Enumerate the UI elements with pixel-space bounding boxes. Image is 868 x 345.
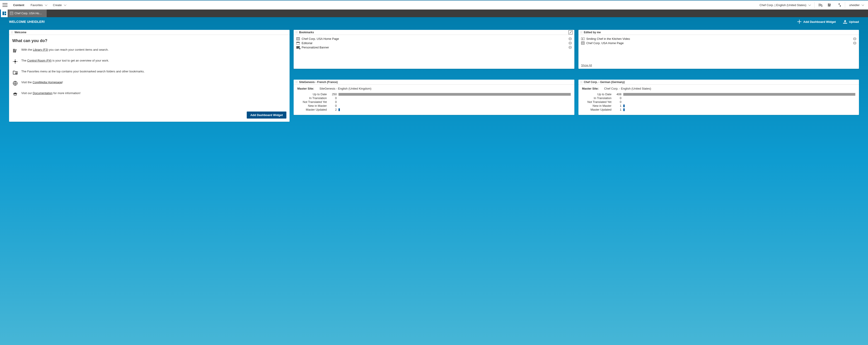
widget-header[interactable]: SiteGenesis - French (France) [293,80,574,84]
show-all-link[interactable]: Show All [581,64,592,67]
stat-label: Not Translated Yet [297,100,327,104]
stat-row: In Translation0 [297,96,570,100]
welcome-subheading: What can you do? [12,38,286,43]
welcome-text-homepage: Visit the CoreMedia Homepage! [21,80,63,84]
hamburger-menu-button[interactable] [0,0,10,10]
stat-value: 0 [329,96,337,100]
svg-rect-1 [828,3,829,6]
stat-bar [623,105,855,107]
homepage-link[interactable]: CoreMedia Homepage [33,80,62,84]
translation-status-widget-2: Chef Corp. - German (Germany) Master Sit… [579,80,859,115]
list-item[interactable]: Smiling Chef in the Kitchen Video [581,37,856,41]
locale-globe-icon[interactable] [569,37,571,40]
locale-globe-icon[interactable] [569,46,571,49]
add-dashboard-widget-button[interactable]: Add Dashboard Widget [247,111,287,118]
drag-handle-icon[interactable] [296,31,298,33]
list-item-label: Smiling Chef in the Kitchen Video [586,37,630,40]
widget-title: Chef Corp. - German (Germany) [584,80,625,84]
svg-rect-6 [15,49,16,53]
locale-globe-icon[interactable] [569,42,571,44]
add-dashboard-widget-button[interactable]: Add Dashboard Widget [794,17,839,26]
widget-header[interactable]: Welcome [9,30,289,35]
open-document-tab[interactable]: Chef Corp. USA Home Pa… [8,9,47,17]
stat-bar [623,101,855,103]
dashboard-tab[interactable] [0,9,8,17]
edited-by-me-widget: Edited by me Smiling Chef in the Kitchen… [579,30,859,69]
stat-row: Not Translated Yet0 [297,100,570,104]
stat-value: 0 [613,96,621,100]
list-item[interactable]: Editorial [297,41,571,45]
control-room-button[interactable] [834,0,844,10]
stat-value: 0 [329,100,337,104]
globe-icon [12,80,18,86]
bookmark-folder-icon [12,69,18,75]
library-icon [12,48,18,54]
stat-bar [339,105,570,107]
control-room-link[interactable]: Control Room (F4) [27,59,52,62]
stat-label: Up to Date [582,93,612,96]
list-item-label: Chef Corp. USA Home Page [586,41,624,45]
stat-value: 1 [613,104,621,107]
favorites-menu[interactable]: Favorites [27,0,50,10]
stat-label: Not Translated Yet [582,100,612,104]
library-button[interactable] [825,0,834,10]
widget-title: Bookmarks [299,31,314,34]
stat-bar [623,108,855,111]
chevron-down-icon [64,3,66,6]
drag-handle-icon[interactable] [11,31,13,33]
drag-handle-icon[interactable] [296,81,298,83]
create-menu[interactable]: Create [50,0,69,10]
svg-point-7 [14,61,16,63]
content-menu[interactable]: Content [10,0,27,10]
favorites-label: Favorites [31,3,42,7]
library-link[interactable]: Library (F3) [33,48,48,51]
widget-header[interactable]: Chef Corp. - German (Germany) [579,80,859,84]
drag-handle-icon[interactable] [580,31,583,33]
stat-value: 0 [329,104,337,107]
dashboard-banner: WELCOME UHEIDLER! Add Dashboard Widget U… [0,17,868,26]
svg-rect-2 [829,3,830,6]
master-site-value: Chef Corp. - English (United States) [604,87,651,90]
create-label: Create [53,3,62,7]
stat-label: New in Master [582,104,612,107]
user-menu[interactable]: uheidler [846,0,867,10]
widget-header[interactable]: Bookmarks [293,30,574,35]
drag-handle-icon[interactable] [580,81,583,83]
welcome-text-favorites: The Favorites menu at the top contains y… [21,69,145,73]
page-icon [297,37,300,40]
translation-stats-2: Up to Date408In Translation0Not Translat… [582,93,855,111]
stat-value: 2 [329,108,337,111]
documentation-link[interactable]: Documentation [33,92,52,95]
chevron-down-icon [44,3,47,6]
locale-globe-icon[interactable] [853,42,856,44]
edited-list: Smiling Chef in the Kitchen VideoChef Co… [579,35,859,69]
stat-value: 250 [329,93,337,96]
folder-icon [297,42,300,44]
stat-row: Up to Date250 [297,93,570,96]
stat-label: Up to Date [297,93,327,96]
svg-rect-5 [14,49,15,53]
search-icon [818,3,823,7]
pencil-icon [569,31,571,33]
control-room-icon [12,59,18,65]
bookmarks-widget: Bookmarks Chef Corp. USA Home PageEditor… [293,30,574,69]
list-item-label: Chef Corp. USA Home Page [302,37,339,40]
locale-globe-icon[interactable] [853,37,856,40]
quick-search-button[interactable] [815,0,825,10]
page-icon [581,42,585,44]
stat-label: Master Updated [297,108,327,111]
master-site-value: SiteGenesis - English (United Kingdom) [319,87,371,90]
site-locale-selector[interactable]: Chef Corp. | English (United States) [756,0,813,10]
dashboard-icon [2,11,6,15]
list-item[interactable]: Chef Corp. USA Home Page [297,37,571,41]
stat-label: In Translation [582,96,612,100]
plus-icon [797,20,801,24]
upload-button[interactable]: Upload [839,17,863,26]
list-item[interactable]: Personalized Banner [297,45,571,49]
video-icon [581,38,585,40]
edit-widget-button[interactable] [568,30,572,34]
gears-icon [837,3,841,7]
stat-bar [623,93,855,96]
widget-header[interactable]: Edited by me [579,30,859,35]
list-item[interactable]: Chef Corp. USA Home Page [581,41,856,45]
